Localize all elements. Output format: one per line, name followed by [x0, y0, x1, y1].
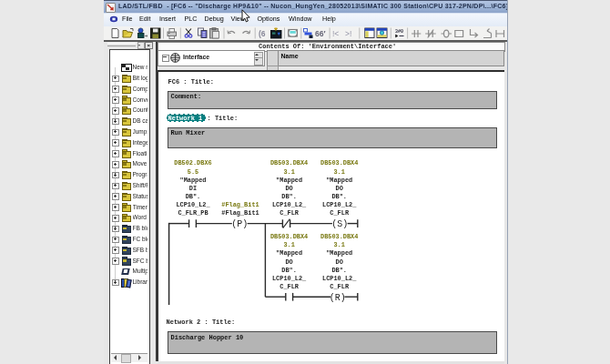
svg-text:C_FLR_PB: C_FLR_PB [178, 209, 208, 217]
svg-text:3.1: 3.1 [283, 168, 294, 176]
svg-text:DB502.DBX6: DB502.DBX6 [174, 159, 211, 167]
svg-text:LCP10_L2_: LCP10_L2_ [272, 275, 307, 282]
svg-text:C_FLR: C_FLR [280, 283, 300, 290]
svg-text:DB".: DB". [331, 267, 347, 274]
svg-text:(R): (R) [330, 293, 346, 303]
svg-text:LCP10_L2_: LCP10_L2_ [322, 201, 357, 208]
svg-text:"Mapped: "Mapped [276, 177, 302, 184]
svg-text:3.1: 3.1 [333, 241, 344, 248]
svg-text:DO: DO [285, 258, 292, 266]
svg-text:#Flag_Bit1: #Flag_Bit1 [221, 209, 259, 217]
svg-text:"Mapped: "Mapped [180, 177, 207, 184]
svg-text:DO: DO [336, 258, 343, 266]
svg-text:LCP10_L2_: LCP10_L2_ [272, 201, 307, 208]
svg-text:LCP10_L2_: LCP10_L2_ [322, 275, 357, 282]
svg-text:DO: DO [336, 185, 343, 192]
svg-text:"Mapped: "Mapped [326, 249, 352, 257]
svg-text:(P): (P) [231, 219, 248, 229]
svg-text:"Mapped: "Mapped [276, 249, 302, 257]
svg-text:DB503.DBX4: DB503.DBX4 [320, 233, 358, 240]
svg-text:3.1: 3.1 [333, 168, 344, 176]
svg-text:LCP10_L2_: LCP10_L2_ [176, 201, 210, 208]
svg-text:DB503.DBX4: DB503.DBX4 [270, 159, 308, 167]
svg-text:DO: DO [285, 185, 292, 192]
svg-text:5.5: 5.5 [188, 168, 198, 176]
svg-text:DB503.DBX4: DB503.DBX4 [320, 159, 358, 167]
svg-text:C_FLR: C_FLR [330, 283, 350, 290]
svg-text:DI: DI [189, 185, 197, 192]
svg-text:(S): (S) [331, 219, 348, 229]
svg-text:#Flag_Bit1: #Flag_Bit1 [221, 201, 259, 208]
svg-text:DB503.DBX4: DB503.DBX4 [270, 233, 308, 240]
svg-text:C_FLR: C_FLR [280, 209, 300, 217]
svg-text:DB".: DB". [281, 193, 297, 200]
svg-text:C_FLR: C_FLR [330, 209, 350, 217]
svg-text:DB".: DB". [331, 193, 347, 200]
svg-text:DB".: DB". [281, 267, 297, 274]
svg-text:3.1: 3.1 [283, 241, 294, 248]
svg-text:DB".: DB". [186, 193, 201, 200]
svg-text:"Mapped: "Mapped [326, 177, 352, 184]
